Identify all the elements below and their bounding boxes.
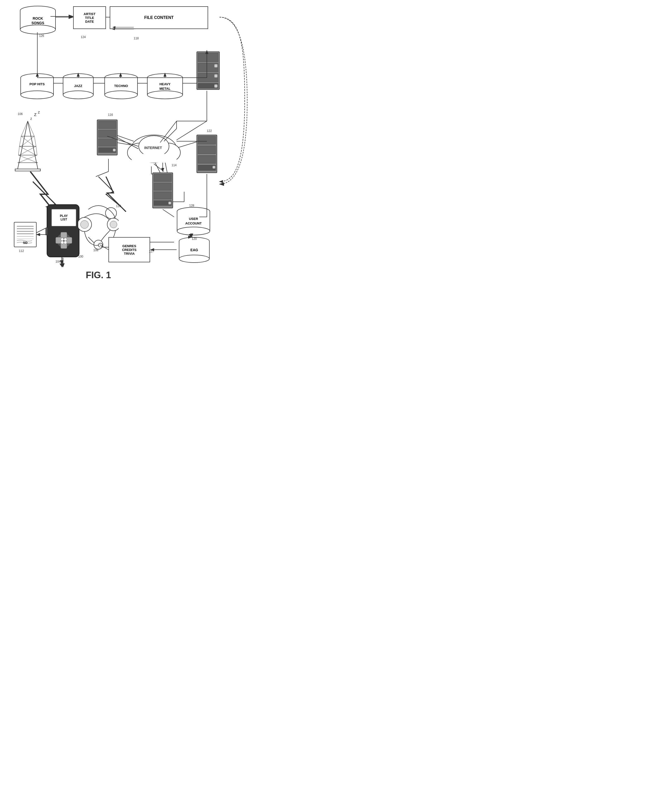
svg-line-187 (100, 244, 109, 250)
svg-line-181 (163, 209, 174, 217)
svg-line-178 (164, 129, 177, 141)
connections (0, 0, 252, 298)
figure-label: FIG. 1 (86, 270, 111, 281)
diagram: ROCK SONGS ARTIST TITLE DATE FILE CONTEN… (0, 0, 252, 298)
svg-line-176 (107, 136, 138, 146)
